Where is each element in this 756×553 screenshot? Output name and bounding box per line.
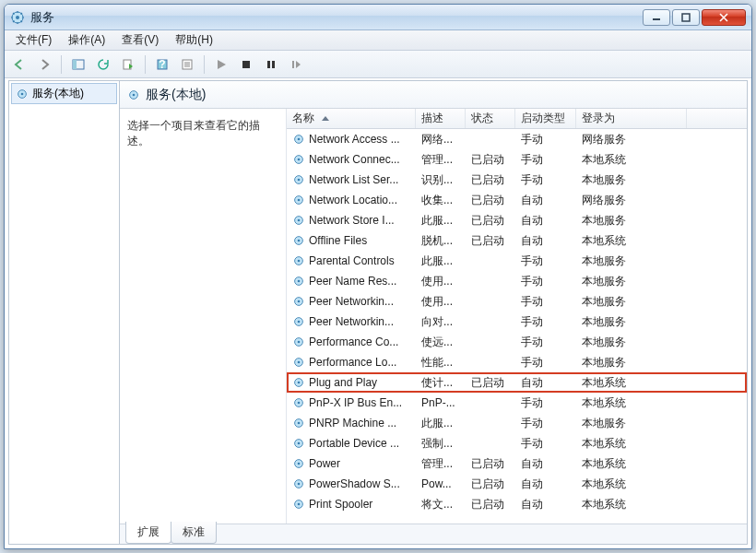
service-logon-cell: 本地服务 <box>576 292 687 312</box>
service-startup-cell: 手动 <box>515 252 576 271</box>
service-startup-cell: 手动 <box>515 312 576 332</box>
service-startup-cell: 自动 <box>515 475 576 494</box>
service-row[interactable]: Peer Name Res...使用...手动本地服务 <box>287 271 747 291</box>
column-description[interactable]: 描述 <box>416 109 466 128</box>
service-row[interactable]: Portable Device ...强制...手动本地系统 <box>287 433 747 453</box>
service-startup-cell: 自动 <box>515 191 576 210</box>
service-row[interactable]: PNRP Machine ...此服...手动本地服务 <box>287 413 747 433</box>
menu-action[interactable]: 操作(A) <box>61 30 112 50</box>
titlebar[interactable]: 服务 <box>5 5 751 30</box>
service-name-cell: PnP-X IP Bus En... <box>287 394 416 411</box>
service-desc-cell: 管理... <box>416 150 466 170</box>
service-name-cell: Power <box>287 455 416 472</box>
svg-point-22 <box>298 138 301 141</box>
column-startup-type[interactable]: 启动类型 <box>515 109 576 128</box>
column-headers: 名称 描述 状态 启动类型 登录为 <box>287 109 747 129</box>
svg-point-34 <box>298 260 301 263</box>
service-startup-cell: 自动 <box>515 454 576 474</box>
svg-point-28 <box>298 199 301 202</box>
service-row[interactable]: PowerShadow S...Pow...已启动自动本地系统 <box>287 474 747 494</box>
service-row[interactable]: Network List Ser...识别...已启动手动本地服务 <box>287 170 747 190</box>
service-row[interactable]: Parental Controls此服...手动本地服务 <box>287 251 747 271</box>
service-row[interactable]: Offline Files脱机...已启动自动本地系统 <box>287 230 747 251</box>
service-desc-cell: Pow... <box>416 476 466 492</box>
window-controls <box>643 9 746 26</box>
service-status-cell <box>466 320 515 324</box>
gear-icon <box>292 173 305 186</box>
help-button[interactable]: ? <box>151 54 173 75</box>
service-startup-cell: 手动 <box>515 434 576 453</box>
service-row[interactable]: Power管理...已启动自动本地系统 <box>287 453 747 474</box>
service-row[interactable]: Performance Co...使远...手动本地服务 <box>287 332 747 352</box>
svg-point-20 <box>133 93 136 96</box>
back-button[interactable] <box>8 54 30 75</box>
column-name[interactable]: 名称 <box>287 109 416 128</box>
service-rows[interactable]: Network Access ...网络...手动网络服务Network Con… <box>287 129 747 544</box>
gear-icon <box>292 214 305 227</box>
service-logon-cell: 本地系统 <box>576 231 687 251</box>
toolbar-separator <box>61 55 62 74</box>
forward-button[interactable] <box>33 54 55 75</box>
service-logon-cell: 本地系统 <box>576 434 687 453</box>
service-row[interactable]: Network Connec...管理...已启动手动本地系统 <box>287 149 747 170</box>
tree-root-services[interactable]: 服务(本地) <box>11 83 117 104</box>
service-row[interactable]: Plug and Play使计...已启动自动本地系统 <box>287 372 747 393</box>
menu-file[interactable]: 文件(F) <box>8 30 59 50</box>
export-icon <box>122 58 135 71</box>
menu-view[interactable]: 查看(V) <box>114 30 166 50</box>
service-name-cell: Network Store I... <box>287 212 416 229</box>
pause-service-button[interactable] <box>260 54 282 75</box>
column-status[interactable]: 状态 <box>466 109 515 128</box>
svg-point-30 <box>298 219 301 222</box>
service-logon-cell: 本地系统 <box>576 150 687 170</box>
service-row[interactable]: PnP-X IP Bus En...PnP-...手动本地系统 <box>287 393 747 413</box>
refresh-button[interactable] <box>92 54 114 75</box>
maximize-button[interactable] <box>672 9 700 26</box>
toolbar: ? <box>5 51 751 78</box>
column-logon-as[interactable]: 登录为 <box>576 109 687 128</box>
export-button[interactable] <box>117 54 139 75</box>
gear-icon <box>292 396 305 409</box>
service-row[interactable]: Print Spooler将文...已启动自动本地系统 <box>287 494 747 514</box>
service-logon-cell: 本地系统 <box>576 454 687 474</box>
service-row[interactable]: Peer Networkin...向对...手动本地服务 <box>287 312 747 332</box>
service-status-cell <box>466 340 515 344</box>
service-logon-cell: 网络服务 <box>576 130 687 149</box>
service-row[interactable]: Network Access ...网络...手动网络服务 <box>287 129 747 149</box>
service-desc-cell: 使远... <box>416 333 466 352</box>
play-icon <box>216 59 227 70</box>
service-startup-cell: 手动 <box>515 150 576 170</box>
stop-service-button[interactable] <box>235 54 257 75</box>
minimize-button[interactable] <box>643 9 670 26</box>
gear-icon <box>292 234 305 247</box>
service-row[interactable]: Peer Networkin...使用...手动本地服务 <box>287 291 747 312</box>
service-desc-cell: 此服... <box>416 252 466 271</box>
tree-pane[interactable]: 服务(本地) <box>9 81 120 544</box>
gear-icon <box>292 498 305 511</box>
service-startup-cell: 自动 <box>515 495 576 514</box>
toolbar-separator <box>145 55 146 74</box>
service-name-cell: PNRP Machine ... <box>287 415 416 431</box>
service-desc-cell: 此服... <box>416 414 466 433</box>
service-row[interactable]: Network Store I...此服...已启动自动本地服务 <box>287 210 747 230</box>
service-logon-cell: 本地系统 <box>576 475 687 494</box>
show-hide-tree-button[interactable] <box>67 54 89 75</box>
service-row[interactable]: Network Locatio...收集...已启动自动网络服务 <box>287 190 747 210</box>
tab-extended[interactable]: 扩展 <box>125 522 171 544</box>
close-button[interactable] <box>702 9 746 26</box>
properties-button[interactable] <box>176 54 198 75</box>
start-service-button[interactable] <box>210 54 232 75</box>
service-desc-cell: 使用... <box>416 272 466 291</box>
gear-icon <box>292 376 305 389</box>
service-status-cell: 已启动 <box>466 475 515 494</box>
restart-service-button[interactable] <box>285 54 307 75</box>
details-content: 选择一个项目来查看它的描述。 名称 描述 状态 启动类型 登录为 Network… <box>120 109 747 544</box>
service-logon-cell: 本地系统 <box>576 394 687 413</box>
service-row[interactable]: Performance Lo...性能...手动本地服务 <box>287 352 747 372</box>
tab-standard[interactable]: 标准 <box>171 522 217 544</box>
svg-point-42 <box>298 341 301 344</box>
svg-rect-13 <box>242 61 250 68</box>
gear-icon <box>292 133 305 146</box>
service-status-cell <box>466 441 515 445</box>
menu-help[interactable]: 帮助(H) <box>168 30 220 50</box>
